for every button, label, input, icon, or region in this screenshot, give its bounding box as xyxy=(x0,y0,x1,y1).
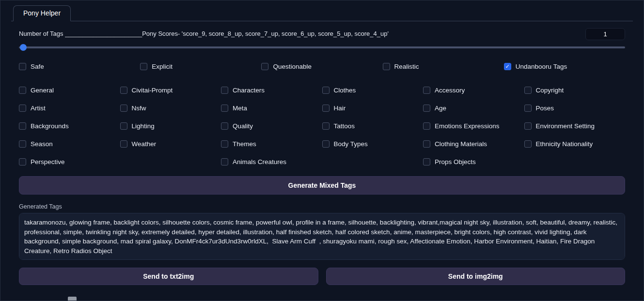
send-to-img2img-button[interactable]: Send to img2img xyxy=(326,268,626,285)
checkbox-copyright[interactable]: Copyright xyxy=(524,87,564,94)
checkbox-label: Safe xyxy=(31,63,44,70)
checkbox-nsfw[interactable]: Nsfw xyxy=(120,105,146,112)
checkbox-safe[interactable]: Safe xyxy=(19,63,140,70)
checkbox-ethnicity-nationality[interactable]: Ethnicity Nationality xyxy=(524,140,593,148)
checkbox-backgrounds[interactable]: Backgrounds xyxy=(19,122,69,130)
checkbox-hair[interactable]: Hair xyxy=(322,105,346,112)
send-to-txt2img-button[interactable]: Send to txt2img xyxy=(19,268,318,285)
checkbox-meta[interactable]: Meta xyxy=(221,105,247,112)
tab-pony-helper[interactable]: Pony Helper xyxy=(13,5,71,21)
checkbox-tattoos[interactable]: Tattoos xyxy=(322,122,355,130)
checkbox-environment-setting[interactable]: Environment Setting xyxy=(524,122,595,130)
category-column-4: Clothes Hair Tattoos Body Types xyxy=(322,87,424,166)
checkbox-icon xyxy=(19,63,26,70)
checkbox-label: Quality xyxy=(233,122,253,130)
checkbox-label: Lighting xyxy=(132,122,155,130)
tag-count-slider[interactable] xyxy=(19,46,625,48)
checkbox-label: Body Types xyxy=(334,140,368,148)
checkbox-icon xyxy=(322,140,330,148)
checkbox-label: Emotions Expressions xyxy=(435,122,500,130)
generate-mixed-tags-button[interactable]: Generate Mixed Tags xyxy=(19,176,625,195)
checkbox-icon xyxy=(221,87,228,94)
checkbox-icon xyxy=(524,140,532,148)
checkbox-perspective[interactable]: Perspective xyxy=(19,158,65,166)
checkbox-poses[interactable]: Poses xyxy=(524,105,554,112)
checkbox-label: Undanbooru Tags xyxy=(516,63,567,70)
checkbox-icon xyxy=(221,158,228,166)
generated-tags-label: Generated Tags xyxy=(19,203,625,210)
checkbox-icon xyxy=(261,63,268,70)
checkbox-icon xyxy=(120,140,127,148)
checkbox-label: Characters xyxy=(233,87,265,94)
checkbox-icon xyxy=(19,140,26,148)
checkbox-label: Questionable xyxy=(273,63,312,70)
category-checkbox-grid: General Artist Backgrounds Season Perspe… xyxy=(19,87,625,166)
checkbox-label: Meta xyxy=(233,105,247,112)
checkbox-label: Accessory xyxy=(435,87,465,94)
checkbox-artist[interactable]: Artist xyxy=(19,105,46,112)
checkbox-icon xyxy=(120,87,127,94)
checkbox-themes[interactable]: Themes xyxy=(221,140,256,148)
checkbox-general[interactable]: General xyxy=(19,87,54,94)
tag-count-input[interactable] xyxy=(585,28,625,40)
checkbox-civitai-prompt[interactable]: Civitai-Prompt xyxy=(120,87,173,94)
checkbox-characters[interactable]: Characters xyxy=(221,87,265,94)
checkbox-label: Age xyxy=(435,105,446,112)
checkbox-label: Animals Creatures xyxy=(233,158,286,166)
checkbox-icon xyxy=(423,140,430,148)
checkbox-icon xyxy=(423,122,430,130)
slider-handle-icon[interactable] xyxy=(20,44,27,51)
checkbox-weather[interactable]: Weather xyxy=(120,140,157,148)
checkbox-icon xyxy=(322,105,330,112)
rating-checkbox-group: Safe Explicit Questionable Realistic Und… xyxy=(19,63,625,70)
checkbox-lighting[interactable]: Lighting xyxy=(120,122,155,130)
checkbox-label: Nsfw xyxy=(132,105,146,112)
checkbox-questionable[interactable]: Questionable xyxy=(261,63,382,70)
tag-count-block: Number of Tags ______________________Pon… xyxy=(19,28,625,48)
checkbox-icon xyxy=(221,105,228,112)
checkbox-props-objects[interactable]: Props Objects xyxy=(423,158,476,166)
clipped-ui-fragment xyxy=(68,297,77,301)
checkbox-icon xyxy=(504,63,511,70)
checkbox-label: Weather xyxy=(132,140,157,148)
checkbox-icon xyxy=(19,105,26,112)
checkbox-age[interactable]: Age xyxy=(423,105,446,112)
checkbox-icon xyxy=(322,87,330,94)
checkbox-label: Backgrounds xyxy=(31,122,69,130)
checkbox-quality[interactable]: Quality xyxy=(221,122,253,130)
checkbox-label: General xyxy=(31,87,54,94)
category-column-6: Copyright Poses Environment Setting Ethn… xyxy=(524,87,626,166)
checkbox-label: Themes xyxy=(233,140,256,148)
checkbox-icon xyxy=(423,87,430,94)
checkbox-accessory[interactable]: Accessory xyxy=(423,87,465,94)
checkbox-label: Copyright xyxy=(536,87,564,94)
checkbox-clothes[interactable]: Clothes xyxy=(322,87,356,94)
checkbox-season[interactable]: Season xyxy=(19,140,53,148)
checkbox-icon xyxy=(423,105,430,112)
checkbox-explicit[interactable]: Explicit xyxy=(140,63,261,70)
checkbox-clothing-materials[interactable]: Clothing Materials xyxy=(423,140,487,148)
generated-tags-textarea[interactable]: takaramonozu, glowing frame, backlight c… xyxy=(19,213,625,260)
checkbox-animals-creatures[interactable]: Animals Creatures xyxy=(221,158,286,166)
tab-content: Number of Tags ______________________Pon… xyxy=(0,21,644,285)
checkbox-label: Hair xyxy=(334,105,346,112)
checkbox-undanbooru-tags[interactable]: Undanbooru Tags xyxy=(504,63,625,70)
checkbox-realistic[interactable]: Realistic xyxy=(383,63,504,70)
checkbox-label: Civitai-Prompt xyxy=(132,87,173,94)
checkbox-emotions-expressions[interactable]: Emotions Expressions xyxy=(423,122,500,130)
checkbox-label: Clothes xyxy=(334,87,356,94)
checkbox-label: Environment Setting xyxy=(536,122,595,130)
checkbox-icon xyxy=(19,122,26,130)
checkbox-icon xyxy=(524,87,532,94)
checkbox-icon xyxy=(120,122,127,130)
slider-head: Number of Tags ______________________Pon… xyxy=(19,28,625,40)
category-column-5: Accessory Age Emotions Expressions Cloth… xyxy=(423,87,524,166)
checkbox-label: Clothing Materials xyxy=(435,140,487,148)
checkbox-icon xyxy=(524,122,532,130)
checkbox-body-types[interactable]: Body Types xyxy=(322,140,368,148)
checkbox-label: Artist xyxy=(31,105,46,112)
checkbox-icon xyxy=(383,63,390,70)
checkbox-icon xyxy=(221,140,228,148)
category-column-3: Characters Meta Quality Themes Animals C… xyxy=(221,87,322,166)
checkbox-icon xyxy=(423,158,430,166)
